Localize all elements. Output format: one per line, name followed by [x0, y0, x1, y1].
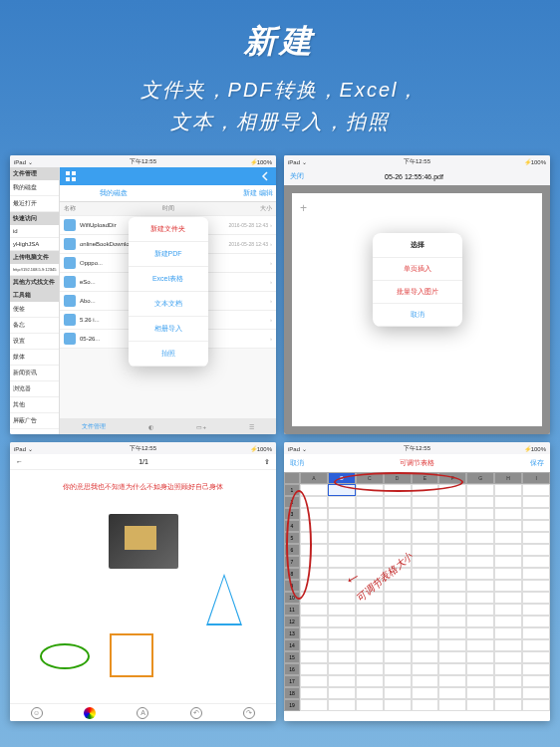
row-header[interactable]: 7 — [284, 556, 300, 568]
cell[interactable] — [300, 651, 328, 663]
cell[interactable] — [494, 508, 522, 520]
popup-single[interactable]: 单页插入 — [373, 258, 462, 281]
cell[interactable] — [494, 699, 522, 711]
cell[interactable] — [356, 687, 384, 699]
cell[interactable] — [438, 639, 466, 651]
save-button[interactable]: 保存 — [530, 458, 544, 468]
cell[interactable] — [412, 639, 439, 651]
cell[interactable] — [356, 568, 384, 580]
row-header[interactable]: 13 — [284, 627, 300, 639]
cell[interactable] — [300, 496, 328, 508]
cell[interactable] — [466, 568, 494, 580]
cell[interactable] — [328, 663, 356, 675]
cell[interactable] — [300, 627, 328, 639]
row-header[interactable]: 19 — [284, 699, 300, 711]
cell[interactable] — [300, 508, 328, 520]
cell[interactable] — [300, 687, 328, 699]
cell[interactable] — [328, 687, 356, 699]
back-button[interactable]: ← — [16, 458, 23, 465]
popup-cancel[interactable]: 取消 — [373, 304, 462, 327]
cell[interactable] — [300, 604, 328, 616]
col-header[interactable]: D — [384, 472, 412, 484]
cell[interactable] — [384, 568, 412, 580]
cell[interactable] — [494, 675, 522, 687]
row-header[interactable]: 4 — [284, 520, 300, 532]
cell[interactable] — [384, 616, 412, 627]
cell[interactable] — [494, 568, 522, 580]
cell[interactable] — [494, 592, 522, 604]
cell[interactable] — [466, 651, 494, 663]
cell[interactable] — [328, 651, 356, 663]
row-header[interactable]: 3 — [284, 508, 300, 520]
row-header[interactable]: 6 — [284, 544, 300, 556]
cell[interactable] — [328, 604, 356, 616]
tab-icon[interactable]: ◐ — [148, 423, 153, 430]
sidebar-item[interactable]: 最近打开 — [10, 196, 59, 212]
canvas[interactable] — [10, 504, 276, 703]
cell[interactable] — [384, 556, 412, 568]
popup-camera[interactable]: 拍照 — [129, 342, 208, 367]
row-header[interactable]: 9 — [284, 580, 300, 592]
cell[interactable] — [412, 651, 439, 663]
cell[interactable] — [466, 699, 494, 711]
cell[interactable] — [412, 544, 439, 556]
cell[interactable] — [384, 699, 412, 711]
cell[interactable] — [384, 663, 412, 675]
cell[interactable] — [328, 639, 356, 651]
cell[interactable] — [356, 556, 384, 568]
cell[interactable] — [438, 496, 466, 508]
cell[interactable] — [412, 508, 439, 520]
cell[interactable] — [384, 604, 412, 616]
row-header[interactable]: 18 — [284, 687, 300, 699]
cell[interactable] — [466, 496, 494, 508]
cell[interactable] — [522, 520, 550, 532]
cell[interactable] — [356, 616, 384, 627]
text-icon[interactable]: A — [137, 707, 148, 719]
row-header[interactable]: 2 — [284, 496, 300, 508]
cell[interactable] — [494, 532, 522, 544]
cell[interactable] — [384, 639, 412, 651]
cell[interactable] — [300, 639, 328, 651]
cell[interactable] — [412, 675, 439, 687]
cell[interactable] — [328, 592, 356, 604]
row-header[interactable]: 5 — [284, 532, 300, 544]
cell[interactable] — [328, 675, 356, 687]
cell[interactable] — [466, 580, 494, 592]
cell[interactable] — [438, 627, 466, 639]
cell[interactable] — [300, 520, 328, 532]
col-header[interactable]: E — [412, 472, 439, 484]
cell[interactable] — [466, 627, 494, 639]
cell[interactable] — [522, 639, 550, 651]
cell[interactable] — [438, 675, 466, 687]
cell[interactable] — [384, 520, 412, 532]
cell[interactable] — [356, 639, 384, 651]
cancel-button[interactable]: 取消 — [290, 458, 304, 468]
cell[interactable] — [356, 496, 384, 508]
cell[interactable] — [300, 616, 328, 627]
row-header[interactable]: 1 — [284, 484, 300, 496]
cell[interactable] — [412, 484, 439, 496]
cell[interactable] — [356, 699, 384, 711]
cell[interactable] — [438, 508, 466, 520]
cell[interactable] — [494, 520, 522, 532]
spreadsheet[interactable]: ABCDEFGHI 12345678910111213141516171819 — [284, 472, 550, 711]
cell[interactable] — [466, 484, 494, 496]
popup-excel[interactable]: Excel表格 — [129, 267, 208, 292]
popup-text[interactable]: 文本文档 — [129, 292, 208, 317]
cell[interactable] — [494, 663, 522, 675]
tab-icon[interactable]: ☰ — [249, 423, 254, 430]
cell[interactable] — [466, 532, 494, 544]
popup-batch[interactable]: 批量导入图片 — [373, 281, 462, 304]
row-header[interactable]: 10 — [284, 592, 300, 604]
cell[interactable] — [522, 627, 550, 639]
cell[interactable] — [300, 580, 328, 592]
row-header[interactable]: 11 — [284, 604, 300, 616]
cell[interactable] — [494, 544, 522, 556]
cell[interactable] — [328, 484, 356, 496]
cell[interactable] — [412, 663, 439, 675]
cell[interactable] — [412, 520, 439, 532]
cell[interactable] — [356, 651, 384, 663]
cell[interactable] — [300, 568, 328, 580]
cell[interactable] — [494, 604, 522, 616]
cell[interactable] — [494, 639, 522, 651]
